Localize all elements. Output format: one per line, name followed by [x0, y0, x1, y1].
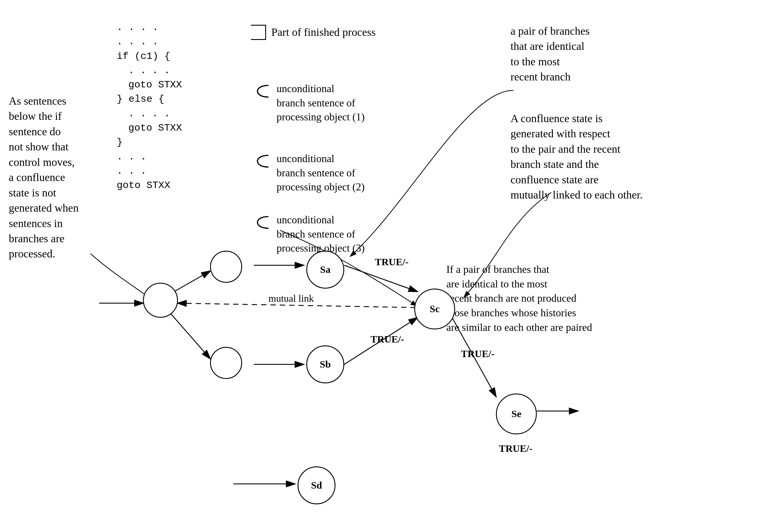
true-label-se-below: TRUE/-: [499, 443, 532, 454]
horseshoe-icon-1: [251, 84, 271, 99]
code-line-7: . . . .: [117, 107, 182, 121]
bottom-intermediate-node: [210, 347, 242, 379]
sa-node: Sa: [306, 251, 344, 289]
sb-node: Sb: [306, 346, 344, 383]
code-line-11: . . .: [117, 164, 182, 178]
right-mid-annotation: A confluence state isgenerated with resp…: [510, 111, 750, 203]
legend-finished-label: Part of finished process: [271, 25, 376, 40]
se-node: Se: [496, 394, 537, 434]
right-bot-annotation: If a pair of branches thatare identical …: [446, 262, 738, 335]
diagram-container: As sentencesbelow the ifsentence donot s…: [0, 0, 762, 532]
true-label-1: TRUE/-: [375, 256, 409, 268]
legend-branch-3-label: unconditionalbranch sentence ofprocessin…: [276, 213, 365, 255]
code-line-10: . . .: [117, 150, 182, 164]
sa-label: Sa: [320, 264, 331, 275]
horseshoe-icon-3: [251, 215, 271, 230]
finished-bracket-icon: [251, 25, 266, 40]
mutual-link-label: mutual link: [268, 293, 314, 304]
svg-line-3: [169, 312, 210, 359]
code-line-12: goto STXX: [117, 178, 182, 193]
code-line-2: . . . .: [117, 35, 182, 49]
legend-branch-1: unconditionalbranch sentence ofprocessin…: [251, 82, 365, 124]
true-label-sc-se: TRUE/-: [461, 348, 495, 360]
code-line-9: }: [117, 135, 182, 150]
se-label: Se: [511, 408, 521, 420]
legend-finished: Part of finished process: [251, 25, 376, 40]
sc-node: Sc: [414, 289, 455, 329]
right-top-annotation: a pair of branchesthat are identicalto t…: [510, 23, 721, 85]
legend-branch-2: unconditionalbranch sentence ofprocessin…: [251, 152, 365, 194]
sd-label: Sd: [311, 480, 322, 491]
top-intermediate-node: [210, 251, 242, 283]
legend-branch-2-label: unconditionalbranch sentence ofprocessin…: [276, 152, 365, 194]
code-block: . . . . . . . . if (c1) { . . . . goto S…: [117, 21, 182, 193]
code-line-5: goto STXX: [117, 78, 182, 92]
code-line-4: . . . .: [117, 64, 182, 78]
sb-label: Sb: [320, 359, 331, 370]
left-annotation-text: As sentencesbelow the ifsentence donot s…: [9, 93, 117, 261]
legend-branch-3: unconditionalbranch sentence ofprocessin…: [251, 213, 365, 255]
main-branch-node: [143, 283, 178, 318]
true-label-2: TRUE/-: [370, 334, 404, 345]
code-line-8: goto STXX: [117, 121, 182, 135]
svg-line-6: [344, 265, 417, 292]
code-line-1: . . . .: [117, 21, 182, 35]
legend-branch-1-label: unconditionalbranch sentence ofprocessin…: [276, 82, 365, 124]
horseshoe-icon-2: [251, 154, 271, 168]
code-line-3: if (c1) {: [117, 49, 182, 64]
code-line-6: } else {: [117, 92, 182, 106]
sd-node: Sd: [298, 466, 336, 504]
sc-label: Sc: [430, 303, 440, 314]
